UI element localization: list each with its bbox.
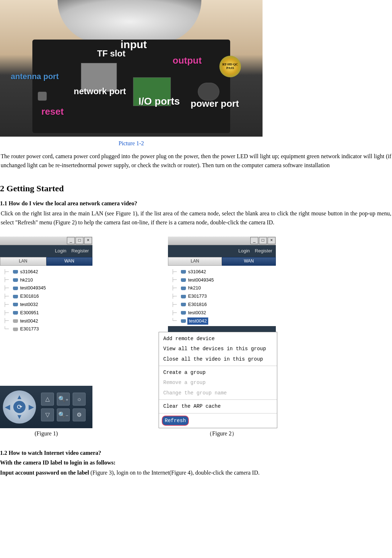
tree-connector-icon: └─	[4, 326, 12, 333]
menu-item[interactable]: Clear the ARP cache	[159, 401, 277, 411]
camera-id-label: s310642	[19, 268, 38, 276]
window-titlebar: _ □ ×	[168, 237, 276, 245]
camera-icon	[13, 311, 18, 315]
camera-icon	[181, 295, 186, 298]
camera-icon	[181, 319, 186, 323]
camera-node[interactable]: ├─E301773	[172, 292, 274, 301]
tab-wan[interactable]: WAN	[222, 257, 276, 266]
label-io-ports: I/O ports	[138, 93, 180, 110]
qc-sticker: RT-HD QC PASS	[219, 56, 241, 77]
camera-id-label: E301816	[187, 301, 207, 308]
maximize-button[interactable]: □	[259, 237, 267, 244]
menu-item: Change the group name	[159, 388, 277, 398]
line2-rest: (Figure 3), login on to the Internet(Fig…	[89, 470, 260, 476]
camera-icon	[13, 278, 18, 282]
camera-icon	[181, 311, 186, 315]
camera-node[interactable]: ├─E300951	[4, 309, 91, 317]
camera-node[interactable]: └─test0042	[172, 317, 274, 325]
ptz-alert-up-button[interactable]: △	[41, 393, 54, 406]
picture-caption: Picture 1-2	[0, 137, 263, 152]
camera-icon	[181, 270, 186, 274]
label-antenna-port: antenna port	[11, 70, 59, 83]
camera-id-label: test0042	[187, 317, 208, 325]
ptz-dpad: ▲ ▼ ◀ ▶ ⟳	[3, 390, 36, 424]
menu-item[interactable]: Add remote device	[159, 334, 277, 344]
camera-tree-fig2[interactable]: ├─s310642├─test0049345├─hk210├─E301773├─…	[168, 266, 276, 326]
maximize-button[interactable]: □	[76, 237, 83, 244]
tree-connector-icon: ├─	[4, 285, 12, 292]
camera-id-label: hk210	[187, 284, 201, 292]
subsection-1-1-title: 1.1 How do I view the local area network…	[0, 199, 392, 209]
menu-item-refresh[interactable]: Refresh	[162, 416, 189, 426]
minimize-button[interactable]: _	[67, 237, 75, 244]
tree-connector-icon: ├─	[4, 310, 12, 316]
camera-node[interactable]: ├─test0032	[4, 301, 91, 309]
camera-id-label: E301816	[19, 293, 39, 300]
menu-item[interactable]: Create a group	[159, 367, 277, 378]
camera-icon	[13, 319, 18, 323]
camera-node[interactable]: ├─s310642	[4, 268, 91, 276]
figure-2-panel: _ □ × Login Register LAN WAN ├─s310642├─…	[168, 237, 276, 428]
figure-2-caption: （Figure 2）	[168, 429, 276, 438]
antenna-connector	[38, 92, 47, 101]
camera-node[interactable]: ├─hk210	[4, 276, 91, 284]
tab-lan[interactable]: LAN	[0, 257, 46, 266]
menu-item: Remove a group	[159, 378, 277, 388]
tab-wan[interactable]: WAN	[46, 257, 93, 266]
tree-connector-icon: ├─	[172, 293, 179, 300]
tree-connector-icon: ├─	[172, 276, 179, 283]
login-link[interactable]: Login	[55, 247, 67, 255]
zoom-in-button[interactable]: 🔍₊	[57, 393, 70, 406]
camera-id-label: test0049345	[19, 284, 46, 292]
tree-connector-icon: ├─	[172, 269, 179, 275]
register-link[interactable]: Register	[255, 247, 272, 255]
close-button[interactable]: ×	[268, 237, 275, 244]
camera-id-label: E300951	[19, 309, 39, 317]
camera-id-label: test0032	[187, 309, 206, 317]
tree-connector-icon: ├─	[4, 301, 12, 308]
camera-id-label: test0032	[19, 301, 38, 308]
intro-paragraph: The router power cord, camera power cord…	[0, 152, 392, 177]
camera-node[interactable]: ├─test0042	[4, 317, 91, 325]
ptz-refresh-button[interactable]: ⟳	[13, 401, 26, 413]
camera-ports-photo: RT-HD QC PASS antenna port reset TF slot…	[0, 0, 263, 137]
menu-item[interactable]: View all the devices in this group	[159, 344, 277, 354]
label-output: output	[173, 53, 202, 68]
camera-icon	[13, 295, 18, 298]
login-link[interactable]: Login	[238, 247, 250, 255]
minimize-button[interactable]: _	[250, 237, 258, 244]
subsection-1-2-line1: With the camera ID label to login in as …	[0, 458, 392, 468]
menu-item[interactable]: Close all the video in this group	[159, 354, 277, 364]
close-button[interactable]: ×	[84, 237, 92, 244]
camera-node[interactable]: ├─E301816	[172, 301, 274, 309]
figure-1-panel: _ □ × Login Register LAN WAN ├─s310642├─…	[0, 237, 92, 428]
brightness-button[interactable]: ☼	[73, 393, 86, 406]
ptz-left-button[interactable]: ◀	[5, 402, 10, 412]
camera-id-label: test0049345	[187, 276, 214, 284]
camera-id-label: E301773	[19, 325, 39, 333]
camera-id-label: test0042	[19, 317, 38, 325]
register-link[interactable]: Register	[72, 247, 89, 255]
camera-tree-fig1[interactable]: ├─s310642├─hk210├─test0049345├─E301816├─…	[0, 266, 92, 388]
camera-icon	[181, 303, 186, 306]
tree-connector-icon: └─	[172, 317, 179, 324]
camera-node[interactable]: ├─test0032	[172, 309, 274, 317]
settings-button[interactable]: ⚙	[73, 408, 86, 421]
camera-node[interactable]: ├─E301816	[4, 292, 91, 301]
tab-lan[interactable]: LAN	[168, 257, 222, 266]
tree-connector-icon: ├─	[172, 285, 179, 292]
camera-node[interactable]: ├─hk210	[172, 284, 274, 292]
camera-node[interactable]: ├─s310642	[172, 268, 274, 276]
tree-connector-icon: ├─	[4, 269, 12, 275]
ptz-right-button[interactable]: ▶	[29, 402, 34, 412]
zoom-out-button[interactable]: 🔍₋	[57, 408, 70, 421]
camera-node[interactable]: └─E301773	[4, 325, 91, 333]
tree-connector-icon: ├─	[4, 293, 12, 300]
label-power-port: power port	[191, 96, 239, 111]
camera-node[interactable]: ├─test0049345	[4, 284, 91, 292]
camera-icon	[13, 287, 18, 290]
ptz-down-button[interactable]: ▼	[16, 412, 23, 422]
ptz-alert-down-button[interactable]: ▽	[41, 408, 54, 421]
camera-node[interactable]: ├─test0049345	[172, 276, 274, 284]
label-reset: reset	[41, 104, 64, 119]
